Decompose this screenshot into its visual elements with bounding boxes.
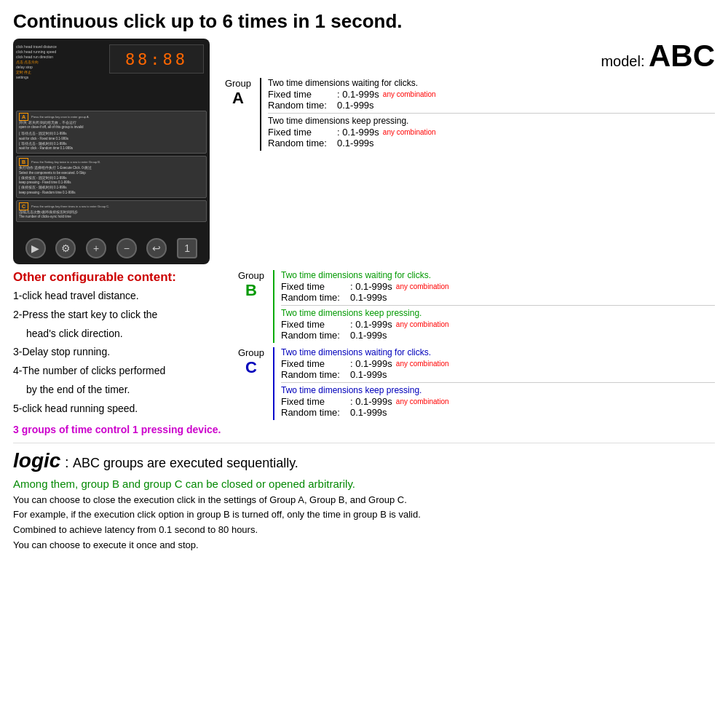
group-a-wait-title: Two time dimensions waiting for clicks. (268, 78, 715, 88)
random-val: 0.1-999s (350, 330, 387, 341)
header-title: Continuous click up to 6 times in 1 seco… (13, 10, 715, 33)
group-c-row: Group C Two time dimensions waiting for … (233, 347, 715, 420)
divider (281, 382, 715, 383)
fixed-label: Fixed time (268, 127, 337, 138)
any-combo-label: any combination (383, 90, 436, 98)
group-c-random-1: Random time: 0.1-999s (281, 369, 715, 380)
middle-section: Other configurable content: 1-click head… (13, 270, 715, 435)
device-label-line: click head run direction (16, 55, 111, 60)
group-a-random-2: Random time: 0.1-999s (268, 138, 715, 149)
fixed-label: Fixed time (281, 319, 350, 330)
group-c-letter: C (245, 358, 257, 377)
random-val: 0.1-999s (350, 407, 387, 418)
config-item-1: 1-click head travel distance. (13, 288, 224, 305)
model-name: ABC (649, 39, 715, 73)
group-b-fixed-1: Fixed time : 0.1-999s any combination (281, 281, 715, 292)
group-a-bracket (256, 78, 265, 151)
logic-line5: Combined to achieve latency from 0.1 sec… (13, 523, 715, 538)
random-val: 0.1-999s (350, 369, 387, 380)
device-sections: A Press the settings key once to enter g… (16, 74, 207, 225)
any-combo-label: any combination (396, 282, 449, 290)
group-a-details: Two time dimensions waiting for clicks. … (265, 78, 715, 151)
fixed-label: Fixed time (268, 89, 337, 100)
group-b-waiting: Two time dimensions waiting for clicks. … (281, 270, 715, 303)
fixed-val: : 0.1-999s (337, 89, 379, 100)
group-a-id: Group A (220, 78, 256, 151)
group-c-bracket (269, 347, 278, 420)
logic-title: logic : ABC groups are executed sequenti… (13, 449, 715, 472)
logic-line3: You can choose to close the execution cl… (13, 493, 715, 508)
config-list: 1-click head travel distance. 2-Press th… (13, 288, 224, 418)
random-label: Random time: (281, 292, 350, 303)
device-section-text: 执行动作 选择组件执行 1-Execute Click. 0-跳过 Select… (19, 166, 204, 196)
model-line: model: ABC (220, 39, 715, 74)
any-combo-label: any combination (396, 397, 449, 405)
device-label-line: delay stop (16, 65, 111, 70)
device-btn-plus[interactable]: + (86, 238, 106, 258)
group-b-details: Two time dimensions waiting for clicks. … (278, 270, 715, 343)
device-btn-back[interactable]: ↩ (146, 238, 167, 258)
lcd-text: 88:88 (125, 50, 188, 68)
device-label-line: 点击 点击方向 (16, 60, 111, 65)
group-c-wait-title: Two time dimensions waiting for clicks. (281, 347, 715, 357)
group-a-fixed-2: Fixed time : 0.1-999s any combination (268, 127, 715, 138)
group-a-word: Group (225, 78, 251, 89)
logic-word: logic (13, 449, 60, 472)
group-b-letter: B (245, 281, 257, 300)
device-inner: 88:88 click head travel distance click h… (13, 39, 210, 264)
device-label-line: click head travel distance (16, 44, 111, 50)
device-btn-gear[interactable]: ⚙ (55, 238, 76, 258)
group-c-fixed-2: Fixed time : 0.1-999s any combination (281, 396, 715, 407)
fixed-label: Fixed time (281, 358, 350, 369)
random-label: Random time: (281, 407, 350, 418)
fixed-val: : 0.1-999s (350, 396, 392, 407)
group-c-fixed-1: Fixed time : 0.1-999s any combination (281, 358, 715, 369)
device-section-text: 开/关 若关闭 则此组无效，不会运行 open or close-if off,… (19, 121, 204, 152)
fixed-val: : 0.1-999s (350, 281, 392, 292)
config-item-4b: by the end of the timer. (13, 381, 224, 399)
any-combo-label: any combination (383, 128, 436, 136)
divider (281, 305, 715, 306)
group-a-random-1: Random time: 0.1-999s (268, 100, 715, 111)
device-btn-minus[interactable]: − (116, 238, 137, 258)
logic-colon: : (60, 454, 73, 470)
device-section-b: B Press the Setting key twice in a row t… (16, 156, 207, 198)
group-b-row: Group B Two time dimensions waiting for … (233, 270, 715, 343)
fixed-val: : 0.1-999s (350, 319, 392, 330)
lcd-display: 88:88 (109, 44, 204, 74)
random-val: 0.1-999s (337, 138, 374, 149)
divider (268, 113, 715, 114)
device-label-line: click head running speed (16, 50, 111, 55)
group-b-random-1: Random time: 0.1-999s (281, 292, 715, 303)
fixed-label: Fixed time (281, 281, 350, 292)
group-c-pressing: Two time dimensions keep pressing. Fixed… (281, 385, 715, 418)
group-a-fixed-1: Fixed time : 0.1-999s any combination (268, 89, 715, 100)
config-item-4: 4-The number of clicks performed (13, 363, 224, 380)
config-item-3: 3-Delay stop running. (13, 344, 224, 361)
fixed-val: : 0.1-999s (337, 127, 379, 138)
random-label: Random time: (268, 138, 337, 149)
groups-summary: 3 groups of time control 1 pressing devi… (13, 424, 224, 435)
group-a-pressing: Two time dimensions keep pressing. Fixed… (268, 116, 715, 149)
device-btn-play[interactable]: ▶ (25, 238, 46, 258)
random-label: Random time: (268, 100, 337, 111)
left-info: Other configurable content: 1-click head… (13, 270, 224, 435)
group-b-line (273, 270, 274, 343)
device-section-c: C Press the settings key three times in … (16, 200, 207, 223)
page-container: Continuous click up to 6 times in 1 seco… (0, 0, 728, 728)
logic-line4: For example, if the execution click opti… (13, 507, 715, 523)
device-btn-one[interactable]: 1 (177, 238, 197, 258)
group-c-word: Group (238, 347, 264, 358)
group-c-line (273, 347, 274, 420)
full-right: Group B Two time dimensions waiting for … (233, 270, 715, 435)
group-c-waiting: Two time dimensions waiting for clicks. … (281, 347, 715, 380)
config-item-2b: head's click direction. (13, 325, 224, 343)
group-a-waiting: Two time dimensions waiting for clicks. … (268, 78, 715, 111)
device-section-text: 连续点击次数-循环保持按压时间同步 The number of clicks-s… (19, 210, 204, 221)
group-b-wait-title: Two time dimensions waiting for clicks. (281, 270, 715, 280)
top-section: 88:88 click head travel distance click h… (13, 39, 715, 264)
logic-line2: Among them, group B and group C can be c… (13, 475, 715, 493)
group-c-random-2: Random time: 0.1-999s (281, 407, 715, 418)
group-b-pressing: Two time dimensions keep pressing. Fixed… (281, 308, 715, 341)
group-c-id: Group C (233, 347, 269, 420)
